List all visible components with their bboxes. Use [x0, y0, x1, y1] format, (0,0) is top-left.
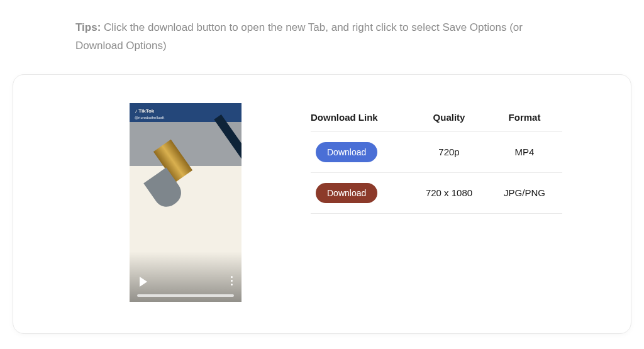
header-quality: Quality: [411, 112, 487, 123]
header-format: Format: [487, 112, 562, 123]
format-cell: JPG/PNG: [487, 187, 562, 198]
table-header: Download Link Quality Format: [311, 103, 562, 132]
more-icon[interactable]: [231, 276, 233, 285]
format-cell: MP4: [487, 147, 562, 157]
tiktok-username: @rionabuthelloaft: [135, 116, 164, 119]
play-icon[interactable]: [140, 277, 147, 287]
quality-cell: 720p: [411, 147, 487, 157]
tips-label: Tips:: [75, 21, 101, 33]
tiktok-watermark: ♪ TikTok: [135, 108, 154, 114]
table-row: Download 720p MP4: [311, 132, 562, 173]
tips-body: Click the download button to open the ne…: [75, 21, 523, 52]
download-table: Download Link Quality Format Download 72…: [311, 103, 562, 214]
video-thumbnail[interactable]: ♪ TikTok @rionabuthelloaft: [130, 103, 242, 302]
header-link: Download Link: [311, 112, 411, 123]
result-card: ♪ TikTok @rionabuthelloaft Download Link…: [13, 74, 631, 334]
quality-cell: 720 x 1080: [411, 187, 487, 198]
table-row: Download 720 x 1080 JPG/PNG: [311, 173, 562, 214]
download-button-image[interactable]: Download: [316, 183, 377, 203]
download-button-video[interactable]: Download: [316, 142, 377, 162]
progress-bar[interactable]: [137, 294, 234, 297]
tips-text: Tips: Click the download button to open …: [0, 0, 644, 68]
